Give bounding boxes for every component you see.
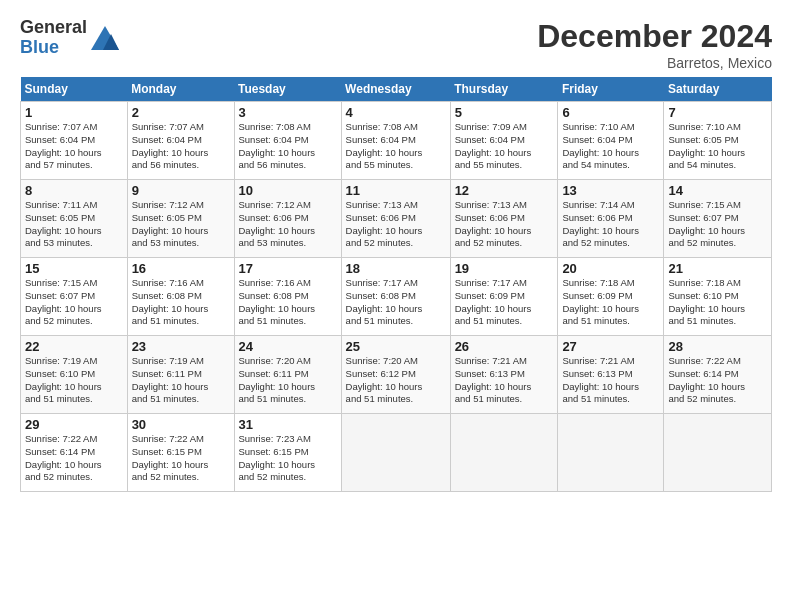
day-cell: 21Sunrise: 7:18 AM Sunset: 6:10 PM Dayli… xyxy=(664,258,772,336)
day-cell: 20Sunrise: 7:18 AM Sunset: 6:09 PM Dayli… xyxy=(558,258,664,336)
month-title: December 2024 xyxy=(537,18,772,55)
day-number: 7 xyxy=(668,105,767,120)
col-header-thursday: Thursday xyxy=(450,77,558,102)
day-cell: 31Sunrise: 7:23 AM Sunset: 6:15 PM Dayli… xyxy=(234,414,341,492)
day-info: Sunrise: 7:20 AM Sunset: 6:12 PM Dayligh… xyxy=(346,355,446,406)
day-cell: 8Sunrise: 7:11 AM Sunset: 6:05 PM Daylig… xyxy=(21,180,128,258)
day-number: 16 xyxy=(132,261,230,276)
day-number: 10 xyxy=(239,183,337,198)
day-info: Sunrise: 7:12 AM Sunset: 6:06 PM Dayligh… xyxy=(239,199,337,250)
day-info: Sunrise: 7:21 AM Sunset: 6:13 PM Dayligh… xyxy=(562,355,659,406)
week-row-5: 29Sunrise: 7:22 AM Sunset: 6:14 PM Dayli… xyxy=(21,414,772,492)
day-info: Sunrise: 7:16 AM Sunset: 6:08 PM Dayligh… xyxy=(239,277,337,328)
day-cell: 26Sunrise: 7:21 AM Sunset: 6:13 PM Dayli… xyxy=(450,336,558,414)
header-row: SundayMondayTuesdayWednesdayThursdayFrid… xyxy=(21,77,772,102)
day-info: Sunrise: 7:11 AM Sunset: 6:05 PM Dayligh… xyxy=(25,199,123,250)
col-header-sunday: Sunday xyxy=(21,77,128,102)
day-info: Sunrise: 7:17 AM Sunset: 6:09 PM Dayligh… xyxy=(455,277,554,328)
day-info: Sunrise: 7:08 AM Sunset: 6:04 PM Dayligh… xyxy=(239,121,337,172)
day-cell: 29Sunrise: 7:22 AM Sunset: 6:14 PM Dayli… xyxy=(21,414,128,492)
day-number: 3 xyxy=(239,105,337,120)
day-cell: 12Sunrise: 7:13 AM Sunset: 6:06 PM Dayli… xyxy=(450,180,558,258)
day-info: Sunrise: 7:08 AM Sunset: 6:04 PM Dayligh… xyxy=(346,121,446,172)
day-info: Sunrise: 7:07 AM Sunset: 6:04 PM Dayligh… xyxy=(25,121,123,172)
day-cell xyxy=(450,414,558,492)
week-row-2: 8Sunrise: 7:11 AM Sunset: 6:05 PM Daylig… xyxy=(21,180,772,258)
page-container: General Blue December 2024 Barretos, Mex… xyxy=(0,0,792,502)
day-cell: 3Sunrise: 7:08 AM Sunset: 6:04 PM Daylig… xyxy=(234,102,341,180)
day-cell: 28Sunrise: 7:22 AM Sunset: 6:14 PM Dayli… xyxy=(664,336,772,414)
day-cell: 24Sunrise: 7:20 AM Sunset: 6:11 PM Dayli… xyxy=(234,336,341,414)
day-info: Sunrise: 7:19 AM Sunset: 6:10 PM Dayligh… xyxy=(25,355,123,406)
logo-blue-text: Blue xyxy=(20,38,87,58)
day-number: 9 xyxy=(132,183,230,198)
day-info: Sunrise: 7:15 AM Sunset: 6:07 PM Dayligh… xyxy=(25,277,123,328)
col-header-friday: Friday xyxy=(558,77,664,102)
day-number: 14 xyxy=(668,183,767,198)
day-info: Sunrise: 7:15 AM Sunset: 6:07 PM Dayligh… xyxy=(668,199,767,250)
day-info: Sunrise: 7:20 AM Sunset: 6:11 PM Dayligh… xyxy=(239,355,337,406)
day-number: 24 xyxy=(239,339,337,354)
day-cell: 11Sunrise: 7:13 AM Sunset: 6:06 PM Dayli… xyxy=(341,180,450,258)
day-info: Sunrise: 7:23 AM Sunset: 6:15 PM Dayligh… xyxy=(239,433,337,484)
day-number: 22 xyxy=(25,339,123,354)
day-number: 29 xyxy=(25,417,123,432)
col-header-tuesday: Tuesday xyxy=(234,77,341,102)
day-cell: 5Sunrise: 7:09 AM Sunset: 6:04 PM Daylig… xyxy=(450,102,558,180)
day-cell: 15Sunrise: 7:15 AM Sunset: 6:07 PM Dayli… xyxy=(21,258,128,336)
col-header-monday: Monday xyxy=(127,77,234,102)
day-number: 21 xyxy=(668,261,767,276)
day-cell: 14Sunrise: 7:15 AM Sunset: 6:07 PM Dayli… xyxy=(664,180,772,258)
day-cell: 13Sunrise: 7:14 AM Sunset: 6:06 PM Dayli… xyxy=(558,180,664,258)
day-cell: 9Sunrise: 7:12 AM Sunset: 6:05 PM Daylig… xyxy=(127,180,234,258)
logo-icon xyxy=(89,24,121,52)
day-number: 8 xyxy=(25,183,123,198)
col-header-saturday: Saturday xyxy=(664,77,772,102)
day-info: Sunrise: 7:17 AM Sunset: 6:08 PM Dayligh… xyxy=(346,277,446,328)
title-section: December 2024 Barretos, Mexico xyxy=(537,18,772,71)
day-info: Sunrise: 7:16 AM Sunset: 6:08 PM Dayligh… xyxy=(132,277,230,328)
day-cell: 2Sunrise: 7:07 AM Sunset: 6:04 PM Daylig… xyxy=(127,102,234,180)
location: Barretos, Mexico xyxy=(537,55,772,71)
week-row-3: 15Sunrise: 7:15 AM Sunset: 6:07 PM Dayli… xyxy=(21,258,772,336)
day-cell xyxy=(558,414,664,492)
day-info: Sunrise: 7:22 AM Sunset: 6:14 PM Dayligh… xyxy=(25,433,123,484)
day-number: 23 xyxy=(132,339,230,354)
logo-general-text: General xyxy=(20,18,87,38)
day-info: Sunrise: 7:18 AM Sunset: 6:09 PM Dayligh… xyxy=(562,277,659,328)
day-number: 27 xyxy=(562,339,659,354)
day-info: Sunrise: 7:22 AM Sunset: 6:15 PM Dayligh… xyxy=(132,433,230,484)
day-info: Sunrise: 7:10 AM Sunset: 6:04 PM Dayligh… xyxy=(562,121,659,172)
day-cell xyxy=(341,414,450,492)
day-info: Sunrise: 7:14 AM Sunset: 6:06 PM Dayligh… xyxy=(562,199,659,250)
day-number: 1 xyxy=(25,105,123,120)
day-cell: 25Sunrise: 7:20 AM Sunset: 6:12 PM Dayli… xyxy=(341,336,450,414)
day-info: Sunrise: 7:22 AM Sunset: 6:14 PM Dayligh… xyxy=(668,355,767,406)
day-cell: 30Sunrise: 7:22 AM Sunset: 6:15 PM Dayli… xyxy=(127,414,234,492)
day-number: 30 xyxy=(132,417,230,432)
day-number: 19 xyxy=(455,261,554,276)
day-cell: 16Sunrise: 7:16 AM Sunset: 6:08 PM Dayli… xyxy=(127,258,234,336)
day-cell: 4Sunrise: 7:08 AM Sunset: 6:04 PM Daylig… xyxy=(341,102,450,180)
day-number: 26 xyxy=(455,339,554,354)
col-header-wednesday: Wednesday xyxy=(341,77,450,102)
day-cell: 23Sunrise: 7:19 AM Sunset: 6:11 PM Dayli… xyxy=(127,336,234,414)
logo: General Blue xyxy=(20,18,121,58)
day-info: Sunrise: 7:10 AM Sunset: 6:05 PM Dayligh… xyxy=(668,121,767,172)
calendar-table: SundayMondayTuesdayWednesdayThursdayFrid… xyxy=(20,77,772,492)
day-info: Sunrise: 7:13 AM Sunset: 6:06 PM Dayligh… xyxy=(455,199,554,250)
day-cell: 18Sunrise: 7:17 AM Sunset: 6:08 PM Dayli… xyxy=(341,258,450,336)
day-number: 31 xyxy=(239,417,337,432)
day-number: 11 xyxy=(346,183,446,198)
day-info: Sunrise: 7:07 AM Sunset: 6:04 PM Dayligh… xyxy=(132,121,230,172)
day-number: 18 xyxy=(346,261,446,276)
day-info: Sunrise: 7:12 AM Sunset: 6:05 PM Dayligh… xyxy=(132,199,230,250)
day-cell: 1Sunrise: 7:07 AM Sunset: 6:04 PM Daylig… xyxy=(21,102,128,180)
day-number: 13 xyxy=(562,183,659,198)
day-cell: 7Sunrise: 7:10 AM Sunset: 6:05 PM Daylig… xyxy=(664,102,772,180)
week-row-4: 22Sunrise: 7:19 AM Sunset: 6:10 PM Dayli… xyxy=(21,336,772,414)
day-number: 2 xyxy=(132,105,230,120)
day-cell: 6Sunrise: 7:10 AM Sunset: 6:04 PM Daylig… xyxy=(558,102,664,180)
day-info: Sunrise: 7:09 AM Sunset: 6:04 PM Dayligh… xyxy=(455,121,554,172)
header: General Blue December 2024 Barretos, Mex… xyxy=(20,18,772,71)
